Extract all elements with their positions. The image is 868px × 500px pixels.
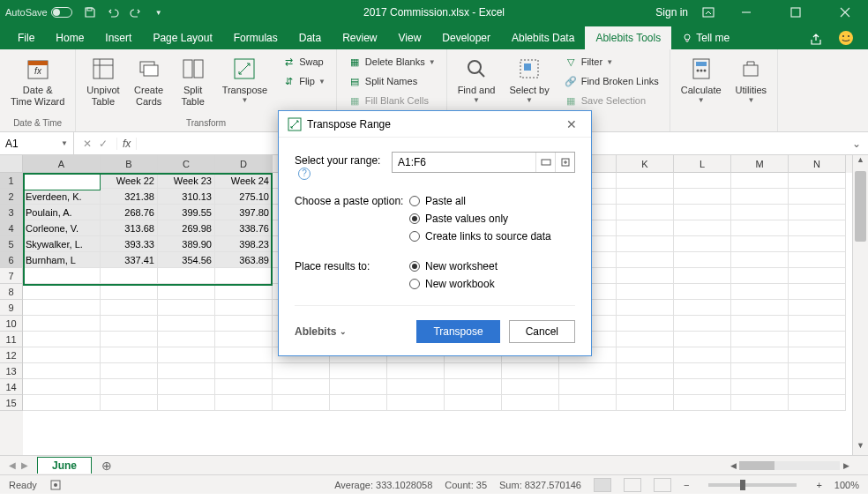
cell[interactable] <box>559 363 617 379</box>
cell[interactable] <box>215 379 273 395</box>
cell[interactable] <box>674 268 731 284</box>
cell[interactable] <box>158 284 215 300</box>
cell[interactable] <box>731 332 789 347</box>
row-header[interactable]: 13 <box>0 363 23 379</box>
cell[interactable] <box>789 205 846 220</box>
cell[interactable] <box>158 316 215 332</box>
view-page-layout-button[interactable] <box>624 478 641 492</box>
column-header[interactable]: D <box>215 155 273 173</box>
cell[interactable] <box>674 363 731 379</box>
expand-formula-bar-icon[interactable]: ⌄ <box>845 138 868 150</box>
cancel-formula-icon[interactable]: ✕ <box>83 138 92 150</box>
qat-dropdown-icon[interactable]: ▼ <box>152 5 166 19</box>
row-header[interactable]: 2 <box>0 189 23 205</box>
ribbon-display-icon[interactable] <box>702 7 715 18</box>
view-normal-button[interactable] <box>594 478 611 492</box>
share-icon[interactable] <box>810 34 824 46</box>
cell[interactable]: Week 23 <box>158 173 215 189</box>
column-header[interactable]: N <box>789 155 846 173</box>
cell[interactable] <box>158 300 215 316</box>
select-by-button[interactable]: Select by ▼ <box>505 53 552 116</box>
cell[interactable]: 393.33 <box>101 236 158 252</box>
cell[interactable] <box>731 220 789 236</box>
column-header[interactable]: L <box>674 155 731 173</box>
cell[interactable]: 321.38 <box>101 189 158 205</box>
cell[interactable] <box>23 284 101 300</box>
cell[interactable] <box>445 363 502 379</box>
radio-new-worksheet[interactable]: New worksheet <box>409 257 575 275</box>
cell[interactable] <box>101 284 158 300</box>
cell[interactable] <box>617 395 674 411</box>
cell[interactable] <box>674 300 731 316</box>
row-header[interactable]: 11 <box>0 332 23 347</box>
cell[interactable] <box>215 284 273 300</box>
tab-review[interactable]: Review <box>332 26 387 49</box>
cell[interactable] <box>731 268 789 284</box>
cell[interactable] <box>273 363 330 379</box>
cell[interactable]: Burnham, L <box>23 252 101 268</box>
column-header[interactable]: M <box>731 155 789 173</box>
cell[interactable] <box>674 332 731 347</box>
cell[interactable] <box>617 316 674 332</box>
fx-icon[interactable]: fx <box>116 138 137 150</box>
sheet-nav-next-icon[interactable]: ▶ <box>21 460 28 470</box>
cell[interactable]: 269.98 <box>158 220 215 236</box>
vscroll-thumb[interactable] <box>855 171 866 242</box>
cell[interactable] <box>617 205 674 220</box>
cell[interactable] <box>158 268 215 284</box>
cell[interactable] <box>731 284 789 300</box>
cell[interactable] <box>617 236 674 252</box>
cell[interactable]: Skywalker, L. <box>23 236 101 252</box>
filter-button[interactable]: ▽Filter ▼ <box>560 53 662 71</box>
dialog-close-button[interactable]: ✕ <box>561 116 582 133</box>
find-and-button[interactable]: Find and ▼ <box>454 53 499 116</box>
cell[interactable]: Week 22 <box>101 173 158 189</box>
cell[interactable] <box>617 252 674 268</box>
autosave-pill[interactable] <box>51 7 72 18</box>
split-names-button[interactable]: ▤Split Names <box>344 72 439 90</box>
cell[interactable] <box>559 395 617 411</box>
row-header[interactable]: 8 <box>0 284 23 300</box>
cell[interactable] <box>158 395 215 411</box>
scroll-down-icon[interactable]: ▼ <box>853 441 868 455</box>
transpose-button[interactable]: Transpose ▼ <box>219 53 272 116</box>
cell[interactable] <box>617 173 674 189</box>
save-selection-button[interactable]: ▦Save Selection <box>560 92 662 109</box>
range-input[interactable] <box>393 156 535 168</box>
create-cards-button[interactable]: Create Cards <box>131 53 168 116</box>
cell[interactable]: Week 24 <box>215 173 273 189</box>
cell[interactable] <box>731 236 789 252</box>
cell[interactable] <box>23 347 101 363</box>
cell[interactable] <box>387 379 445 395</box>
cell[interactable] <box>158 379 215 395</box>
name-box[interactable]: A1 ▼ <box>0 132 74 154</box>
cell[interactable] <box>101 347 158 363</box>
flip-button[interactable]: ⇵Flip ▼ <box>278 72 329 90</box>
column-header[interactable]: B <box>101 155 158 173</box>
cell[interactable] <box>617 379 674 395</box>
cell[interactable] <box>789 332 846 347</box>
select-all-corner[interactable] <box>0 155 23 173</box>
column-header[interactable]: C <box>158 155 215 173</box>
column-header[interactable]: K <box>617 155 674 173</box>
cell[interactable] <box>158 363 215 379</box>
cell[interactable] <box>215 268 273 284</box>
sheet-nav-prev-icon[interactable]: ◀ <box>9 460 16 470</box>
expand-range-icon[interactable] <box>555 153 574 172</box>
cell[interactable] <box>731 395 789 411</box>
cancel-button[interactable]: Cancel <box>509 320 575 343</box>
hscroll-left-icon[interactable]: ◀ <box>727 461 739 470</box>
cell[interactable] <box>617 268 674 284</box>
tab-developer[interactable]: Developer <box>431 26 501 49</box>
cell[interactable] <box>674 395 731 411</box>
tab-ablebits-tools[interactable]: Ablebits Tools <box>585 26 671 49</box>
cell[interactable] <box>23 379 101 395</box>
cell[interactable] <box>273 395 330 411</box>
cell[interactable] <box>158 332 215 347</box>
cell[interactable] <box>215 395 273 411</box>
cell[interactable] <box>789 236 846 252</box>
cell[interactable] <box>330 395 387 411</box>
fill-blank-button[interactable]: ▦Fill Blank Cells <box>344 92 439 109</box>
cell[interactable] <box>789 395 846 411</box>
cell[interactable] <box>789 189 846 205</box>
